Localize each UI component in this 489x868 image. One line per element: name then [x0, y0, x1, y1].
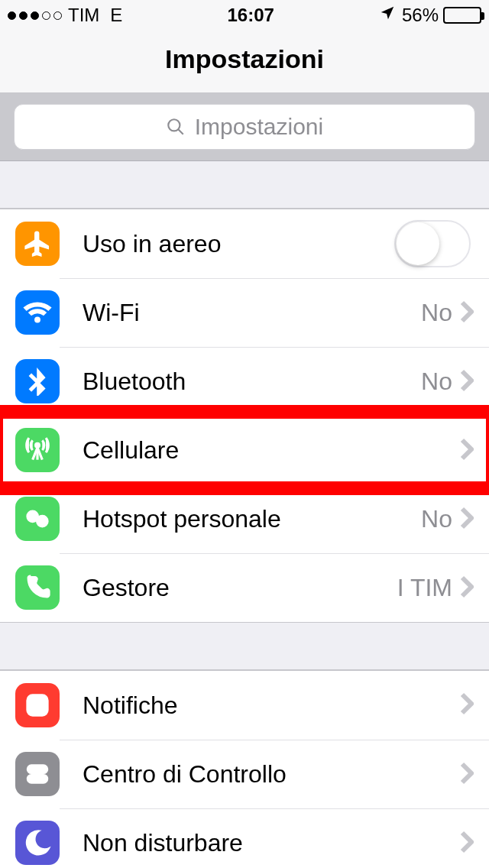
hotspot-icon — [15, 497, 60, 541]
page-title: Impostazioni — [0, 44, 489, 74]
group-separator — [0, 161, 489, 209]
hotspot-label: Hotspot personale — [83, 505, 421, 533]
svg-point-3 — [28, 512, 37, 522]
row-airplane-mode[interactable]: Uso in aereo — [0, 209, 489, 278]
row-control-center[interactable]: Centro di Controllo — [0, 740, 489, 808]
chevron-right-icon — [460, 762, 474, 788]
clock-label: 16:07 — [227, 5, 274, 26]
dnd-label: Non disturbare — [83, 829, 460, 857]
control-center-label: Centro di Controllo — [83, 760, 460, 789]
svg-point-6 — [40, 695, 47, 703]
wifi-value: No — [421, 299, 452, 327]
carrier-value: I TIM — [397, 574, 452, 602]
chevron-right-icon — [460, 575, 474, 601]
status-bar: TIM E 16:07 56% — [0, 0, 489, 31]
network-type-label: E — [110, 5, 122, 26]
phone-icon — [15, 565, 60, 610]
row-carrier[interactable]: Gestore I TIM — [0, 553, 489, 622]
svg-point-0 — [168, 119, 180, 131]
notifications-icon — [15, 683, 60, 727]
airplane-label: Uso in aereo — [83, 230, 394, 258]
svg-point-10 — [40, 776, 44, 781]
search-placeholder: Impostazioni — [195, 114, 323, 140]
airplane-icon — [15, 222, 60, 266]
status-left: TIM E — [8, 5, 122, 26]
settings-group-connectivity: Uso in aereo Wi-Fi No Bluetooth No — [0, 209, 489, 623]
chevron-right-icon — [460, 300, 474, 326]
chevron-right-icon — [460, 692, 474, 718]
cellular-label: Cellulare — [83, 436, 460, 465]
chevron-right-icon — [460, 831, 474, 857]
row-do-not-disturb[interactable]: Non disturbare — [0, 808, 489, 868]
search-container: Impostazioni — [0, 93, 489, 161]
cellular-icon — [15, 428, 60, 472]
svg-point-8 — [31, 767, 35, 772]
airplane-toggle[interactable] — [394, 220, 471, 267]
hotspot-value: No — [421, 505, 452, 533]
moon-icon — [15, 821, 60, 865]
chevron-right-icon — [460, 507, 474, 533]
settings-group-notifications: Notifiche Centro di Controllo Non distur… — [0, 670, 489, 868]
chevron-right-icon — [460, 369, 474, 395]
bluetooth-label: Bluetooth — [83, 368, 421, 396]
battery-percent-label: 56% — [402, 5, 439, 26]
battery-icon — [443, 7, 481, 24]
carrier-label: TIM — [68, 5, 99, 26]
status-right: 56% — [379, 5, 481, 26]
signal-strength-icon — [8, 11, 62, 20]
search-icon — [166, 117, 186, 137]
wifi-label: Wi-Fi — [83, 299, 421, 327]
chevron-right-icon — [460, 438, 474, 464]
row-bluetooth[interactable]: Bluetooth No — [0, 347, 489, 416]
svg-line-1 — [178, 129, 183, 134]
search-input[interactable]: Impostazioni — [14, 104, 475, 150]
bluetooth-icon — [15, 359, 60, 403]
control-center-icon — [15, 752, 60, 796]
row-cellular[interactable]: Cellulare — [0, 416, 489, 484]
row-hotspot[interactable]: Hotspot personale No — [0, 484, 489, 553]
group-separator — [0, 623, 489, 670]
nav-bar: Impostazioni — [0, 31, 489, 93]
wifi-icon — [15, 290, 60, 335]
notifications-label: Notifiche — [83, 691, 460, 720]
carrier-row-label: Gestore — [83, 574, 397, 602]
row-notifications[interactable]: Notifiche — [0, 671, 489, 740]
svg-point-4 — [37, 517, 47, 526]
location-icon — [379, 5, 396, 26]
bluetooth-value: No — [421, 368, 452, 396]
row-wifi[interactable]: Wi-Fi No — [0, 278, 489, 347]
